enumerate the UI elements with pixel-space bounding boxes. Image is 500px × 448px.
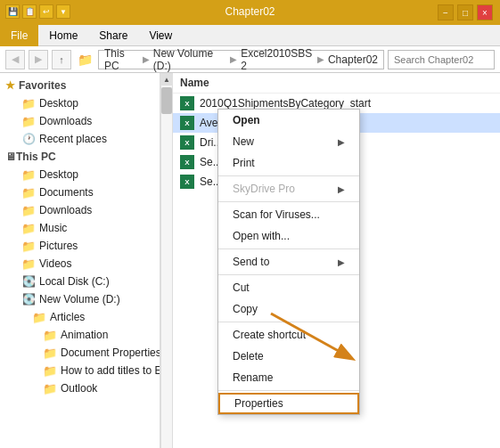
sidebar-item-howtoadd[interactable]: 📁 How to add titles to Excel charts bbox=[0, 362, 160, 379]
ctx-skydrive[interactable]: SkyDrive Pro ▶ bbox=[218, 178, 359, 200]
folder-icon: 📁 bbox=[21, 239, 36, 253]
folder-icon: 📁 bbox=[21, 96, 36, 110]
ctx-sendto[interactable]: Send to ▶ bbox=[218, 251, 359, 273]
address-bar: ◀ ▶ ↑ 📁 This PC ▶ New Volume (D:) ▶ Exce… bbox=[0, 46, 500, 73]
sidebar-label-desktop-fav: Desktop bbox=[39, 97, 78, 110]
qa-copy-icon[interactable]: 📋 bbox=[22, 4, 37, 19]
file-area: Name X 2010Q1ShipmentsByCategory_start X… bbox=[173, 73, 500, 448]
sidebar-item-downloads-fav[interactable]: 📁 Downloads bbox=[0, 112, 160, 130]
ctx-divider bbox=[218, 274, 359, 275]
sidebar-item-recentplaces[interactable]: 🕐 Recent places bbox=[0, 130, 160, 148]
scroll-thumb[interactable] bbox=[161, 87, 172, 114]
sidebar-label-articles: Articles bbox=[50, 311, 85, 323]
submenu-arrow: ▶ bbox=[338, 257, 345, 267]
submenu-arrow: ▶ bbox=[338, 184, 345, 194]
window-controls: − □ × bbox=[438, 4, 493, 20]
sidebar-label-downloads-fav: Downloads bbox=[39, 115, 92, 127]
folder-icon: 📁 bbox=[43, 363, 57, 378]
xls-icon: X bbox=[180, 96, 194, 110]
sidebar-label-localdisk: Local Disk (C:) bbox=[39, 275, 110, 288]
ribbon: File Home Share View bbox=[0, 25, 500, 46]
sidebar: ★ Favorites 📁 Desktop 📁 Downloads 🕐 Rece… bbox=[0, 73, 160, 448]
maximize-button[interactable]: □ bbox=[457, 4, 473, 20]
window-title: Chapter02 bbox=[225, 5, 275, 18]
close-button[interactable]: × bbox=[477, 4, 493, 20]
sidebar-label-downloads: Downloads bbox=[39, 204, 92, 216]
sidebar-label-animation: Animation bbox=[61, 329, 108, 341]
favorites-label: Favorites bbox=[19, 79, 66, 92]
main-layout: ★ Favorites 📁 Desktop 📁 Downloads 🕐 Rece… bbox=[0, 73, 500, 448]
folder-icon: 📁 bbox=[21, 185, 36, 200]
ctx-open[interactable]: Open bbox=[218, 110, 359, 131]
ctx-copy[interactable]: Copy bbox=[218, 298, 359, 320]
file-name: 2010Q1ShipmentsByCategory_start bbox=[200, 97, 371, 110]
computer-icon: 🖥 bbox=[5, 151, 16, 163]
search-input[interactable] bbox=[388, 50, 495, 69]
sidebar-item-pictures[interactable]: 📁 Pictures bbox=[0, 237, 160, 255]
tab-home[interactable]: Home bbox=[38, 25, 88, 46]
xls-icon: X bbox=[180, 116, 194, 130]
folder-icon: 📁 bbox=[43, 328, 57, 342]
sidebar-label-newvolume: New Volume (D:) bbox=[39, 293, 120, 305]
ctx-divider bbox=[218, 248, 359, 249]
sidebar-item-newvolume[interactable]: 💽 New Volume (D:) bbox=[0, 290, 160, 308]
disk-icon: 💽 bbox=[21, 292, 36, 306]
tab-view[interactable]: View bbox=[138, 25, 183, 46]
forward-button[interactable]: ▶ bbox=[29, 50, 48, 69]
sidebar-item-downloads[interactable]: 📁 Downloads bbox=[0, 201, 160, 219]
quick-access-toolbar: 💾 📋 ↩ ▼ bbox=[5, 4, 70, 19]
up-button[interactable]: ↑ bbox=[52, 50, 71, 69]
sidebar-label-recentplaces: Recent places bbox=[39, 133, 107, 145]
folder-icon: 📁 bbox=[43, 381, 57, 395]
folder-icon: 📁 bbox=[75, 50, 94, 69]
qa-undo-icon[interactable]: ↩ bbox=[39, 4, 53, 19]
star-icon: ★ bbox=[5, 79, 15, 92]
ctx-rename[interactable]: Rename bbox=[218, 367, 359, 388]
ctx-scan[interactable]: Scan for Viruses... bbox=[218, 204, 359, 225]
folder-icon: 📁 bbox=[32, 310, 46, 324]
sidebar-item-videos[interactable]: 📁 Videos bbox=[0, 255, 160, 273]
thispc-section[interactable]: 🖥 This PC bbox=[0, 148, 160, 166]
path-sep-1: ▶ bbox=[143, 54, 150, 64]
sidebar-item-localdisk[interactable]: 💽 Local Disk (C:) bbox=[0, 273, 160, 290]
qa-save-icon[interactable]: 💾 bbox=[5, 4, 20, 19]
minimize-button[interactable]: − bbox=[438, 4, 454, 20]
ctx-cut[interactable]: Cut bbox=[218, 277, 359, 298]
sidebar-item-music[interactable]: 📁 Music bbox=[0, 219, 160, 237]
qa-dropdown-icon[interactable]: ▼ bbox=[56, 4, 70, 19]
ctx-delete[interactable]: Delete bbox=[218, 346, 359, 367]
thispc-label: This PC bbox=[16, 151, 56, 163]
tab-file[interactable]: File bbox=[0, 25, 38, 46]
favorites-section[interactable]: ★ Favorites bbox=[0, 77, 160, 94]
tab-share[interactable]: Share bbox=[88, 25, 138, 46]
ctx-print[interactable]: Print bbox=[218, 152, 359, 174]
ctx-divider bbox=[218, 201, 359, 202]
sidebar-item-animation[interactable]: 📁 Animation bbox=[0, 326, 160, 344]
address-path[interactable]: This PC ▶ New Volume (D:) ▶ Excel2010SBS… bbox=[98, 50, 384, 69]
context-menu: Open New ▶ Print SkyDrive Pro ▶ Scan for… bbox=[217, 109, 360, 415]
back-button[interactable]: ◀ bbox=[5, 50, 25, 69]
path-sep-2: ▶ bbox=[230, 54, 237, 64]
sidebar-item-docprops[interactable]: 📁 Document Properties in Excel bbox=[0, 344, 160, 362]
ctx-new[interactable]: New ▶ bbox=[218, 131, 359, 152]
sidebar-scrollbar[interactable]: ▲ bbox=[160, 73, 173, 448]
sidebar-item-documents[interactable]: 📁 Documents bbox=[0, 183, 160, 201]
sidebar-label-music: Music bbox=[39, 222, 67, 234]
xls-icon: X bbox=[180, 135, 194, 150]
scroll-up-arrow[interactable]: ▲ bbox=[160, 73, 173, 86]
path-sep-3: ▶ bbox=[317, 54, 324, 64]
sidebar-label-howtoadd: How to add titles to Excel charts bbox=[61, 364, 160, 377]
sidebar-item-desktop[interactable]: 📁 Desktop bbox=[0, 166, 160, 183]
sidebar-label-documents: Documents bbox=[39, 186, 94, 199]
sidebar-item-desktop-fav[interactable]: 📁 Desktop bbox=[0, 94, 160, 112]
ctx-properties[interactable]: Properties bbox=[218, 393, 359, 414]
ctx-createshortcut[interactable]: Create shortcut bbox=[218, 324, 359, 346]
path-part-excel: Excel2010SBS 2 bbox=[241, 47, 314, 72]
ctx-openwith[interactable]: Open with... bbox=[218, 225, 359, 247]
sidebar-item-articles[interactable]: 📁 Articles bbox=[0, 308, 160, 326]
path-part-chapter: Chapter02 bbox=[328, 53, 378, 66]
recent-icon: 🕐 bbox=[21, 132, 36, 146]
file-list-header: Name bbox=[173, 73, 500, 94]
folder-icon: 📁 bbox=[21, 221, 36, 235]
sidebar-item-outlook[interactable]: 📁 Outlook bbox=[0, 379, 160, 397]
